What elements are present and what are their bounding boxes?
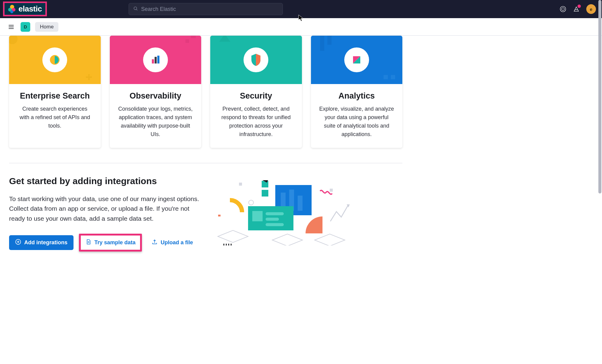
- card-title: Analytics: [319, 91, 395, 101]
- upload-icon: [152, 239, 158, 246]
- global-search[interactable]: [129, 3, 283, 15]
- card-hero: [311, 36, 403, 84]
- breadcrumb-bar: D Home: [0, 18, 602, 36]
- get-started-heading: Get started by adding integrations: [9, 176, 203, 186]
- help-icon[interactable]: [560, 6, 566, 12]
- card-security[interactable]: Security Prevent, collect, detect, and r…: [210, 36, 302, 148]
- top-header: elastic e: [0, 0, 602, 18]
- nav-toggle-button[interactable]: [7, 22, 16, 31]
- svg-rect-26: [266, 218, 279, 221]
- button-label: Try sample data: [94, 239, 136, 246]
- space-selector[interactable]: D: [21, 22, 30, 32]
- svg-rect-28: [239, 183, 242, 186]
- card-hero: [210, 36, 302, 84]
- svg-rect-11: [157, 56, 159, 63]
- card-desc: Consolidate your logs, metrics, applicat…: [118, 105, 194, 139]
- svg-rect-29: [330, 189, 333, 192]
- highlight-box: Try sample data: [79, 234, 142, 252]
- breadcrumb-home[interactable]: Home: [35, 22, 58, 32]
- svg-point-3: [561, 8, 564, 10]
- get-started-section: Get started by adding integrations To st…: [9, 176, 402, 252]
- svg-rect-22: [262, 190, 268, 197]
- svg-rect-25: [266, 212, 284, 215]
- notification-dot-icon: [577, 5, 581, 8]
- button-label: Upload a file: [161, 239, 193, 246]
- card-title: Security: [218, 91, 294, 101]
- card-desc: Explore, visualize, and analyze your dat…: [319, 105, 395, 139]
- user-avatar[interactable]: e: [586, 4, 596, 14]
- svg-rect-9: [152, 59, 154, 63]
- add-integrations-button[interactable]: Add integrations: [9, 235, 74, 250]
- scrollbar-thumb[interactable]: [598, 0, 601, 193]
- news-icon[interactable]: [573, 6, 580, 12]
- get-started-desc: To start working with your data, use one…: [9, 194, 203, 224]
- svg-rect-21: [262, 181, 268, 187]
- scrollbar[interactable]: [598, 0, 602, 264]
- svg-point-30: [249, 200, 254, 205]
- elastic-logo[interactable]: elastic: [3, 2, 47, 16]
- svg-rect-27: [266, 223, 284, 226]
- enterprise-search-icon: [42, 47, 67, 72]
- solution-cards: Enterprise Search Create search experien…: [9, 36, 402, 148]
- svg-point-0: [134, 7, 137, 10]
- main-content: Enterprise Search Create search experien…: [0, 36, 411, 264]
- svg-rect-20: [298, 196, 303, 211]
- search-icon: [133, 6, 138, 12]
- card-hero: [110, 36, 201, 84]
- search-input[interactable]: [141, 6, 278, 12]
- integrations-illustration: [215, 176, 360, 245]
- upload-file-button[interactable]: Upload a file: [147, 236, 197, 249]
- avatar-initial: e: [590, 7, 592, 12]
- card-hero: [9, 36, 101, 84]
- card-observability[interactable]: Observability Consolidate your logs, met…: [110, 36, 201, 148]
- card-enterprise-search[interactable]: Enterprise Search Create search experien…: [9, 36, 101, 148]
- try-sample-data-button[interactable]: Try sample data: [81, 236, 140, 249]
- card-analytics[interactable]: Analytics Explore, visualize, and analyz…: [311, 36, 403, 148]
- security-icon: [244, 47, 268, 72]
- document-icon: [85, 239, 91, 246]
- card-desc: Prevent, collect, detect, and respond to…: [218, 105, 294, 139]
- button-label: Add integrations: [24, 239, 67, 246]
- observability-icon: [143, 47, 168, 72]
- analytics-icon: [344, 47, 369, 72]
- plus-circle-icon: [15, 239, 21, 246]
- svg-line-1: [137, 9, 138, 10]
- elastic-logo-icon: [8, 5, 16, 13]
- svg-rect-24: [252, 211, 263, 221]
- brand-text: elastic: [18, 4, 42, 14]
- divider: [9, 163, 402, 163]
- space-initial: D: [24, 24, 27, 29]
- svg-point-2: [560, 6, 566, 12]
- svg-rect-10: [155, 57, 157, 63]
- card-desc: Create search experiences with a refined…: [17, 105, 93, 130]
- card-title: Enterprise Search: [17, 91, 93, 101]
- card-title: Observability: [118, 91, 194, 101]
